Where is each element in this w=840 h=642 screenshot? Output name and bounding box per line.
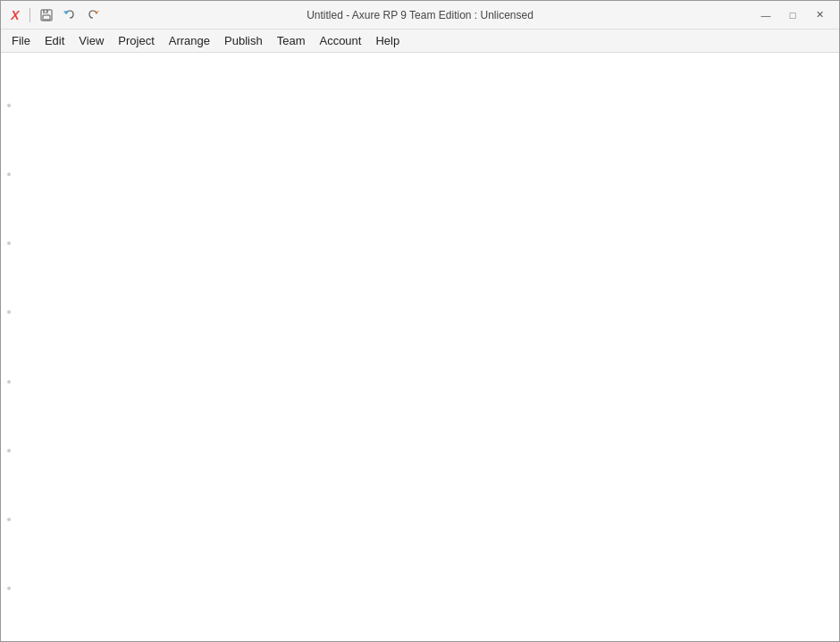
svg-rect-3: [45, 10, 46, 13]
panel-dot: [7, 518, 11, 521]
panel-dot: [7, 310, 11, 314]
panel-dot: [7, 241, 11, 245]
save-button[interactable]: [38, 6, 55, 24]
axure-x-letter: X: [11, 9, 19, 21]
svg-rect-2: [43, 15, 50, 20]
toolbar-divider: [29, 8, 30, 22]
redo-button[interactable]: [84, 6, 102, 24]
maximize-button[interactable]: □: [780, 5, 805, 25]
left-panel-indicators: [1, 53, 17, 641]
main-canvas[interactable]: [1, 53, 839, 641]
menu-help[interactable]: Help: [368, 31, 407, 50]
panel-dot: [7, 587, 11, 590]
title-bar: X: [1, 1, 839, 30]
menu-edit[interactable]: Edit: [38, 31, 71, 50]
window-title: Untitled - Axure RP 9 Team Edition : Unl…: [307, 9, 533, 21]
panel-dot: [7, 173, 11, 176]
menu-account[interactable]: Account: [312, 31, 368, 50]
panel-dot: [7, 380, 11, 384]
undo-button[interactable]: [61, 6, 79, 24]
panel-dot: [7, 449, 11, 452]
application-window: X: [0, 0, 840, 642]
panel-dot: [7, 104, 11, 107]
minimize-button[interactable]: —: [753, 5, 778, 25]
close-button[interactable]: ✕: [807, 5, 832, 25]
axure-logo-icon: X: [8, 8, 22, 22]
menu-view[interactable]: View: [71, 31, 111, 50]
menu-bar: File Edit View Project Arrange Publish T…: [1, 30, 839, 53]
menu-publish[interactable]: Publish: [217, 31, 270, 50]
menu-project[interactable]: Project: [111, 31, 161, 50]
menu-team[interactable]: Team: [270, 31, 313, 50]
menu-arrange[interactable]: Arrange: [162, 31, 217, 50]
menu-file[interactable]: File: [4, 31, 38, 50]
window-controls: — □ ✕: [753, 5, 832, 25]
title-bar-left: X: [8, 6, 102, 24]
